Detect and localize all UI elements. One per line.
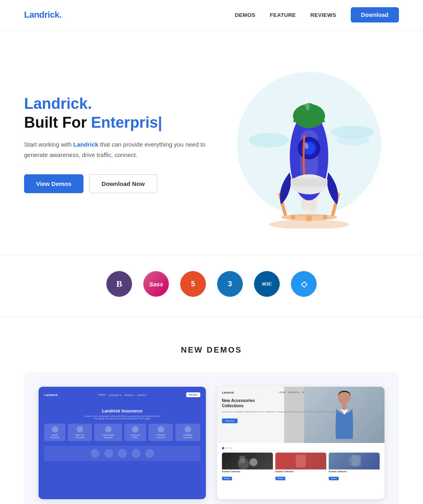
demo-acc-bottom: Summer Collection Review Summer Collecti… [217, 443, 384, 485]
demo-acc-header: Landrick. HOME LANDING ▾ PAGES ▾ DOCS ▾ … [217, 387, 384, 443]
download-now-button[interactable]: Download Now [89, 174, 157, 193]
demo-ins-icon-family: Family Health Insurance [94, 424, 122, 441]
hero-subtitle: Built For Enterpris| [24, 114, 212, 131]
demo-ins-footer-circles [47, 449, 197, 458]
demo-ins-links: HOME LANDING ▾ PAGES ▾ DOCS ▾ [98, 394, 146, 396]
svg-point-2 [337, 135, 369, 146]
demo-ins-subtitle: Launch your campaign and benefit from ou… [44, 415, 200, 420]
hero-desc-brand: Landrick [73, 141, 99, 148]
demo-ins-navbar: Landrick. HOME LANDING ▾ PAGES ▾ DOCS ▾ … [44, 392, 200, 397]
nav-logo: Landrick. [24, 10, 61, 20]
svg-rect-29 [296, 455, 306, 467]
demo-ins-btn: Buy Now [186, 392, 200, 397]
demo-card-accessories[interactable]: Landrick. HOME LANDING ▾ PAGES ▾ DOCS ▾ … [217, 387, 384, 499]
w3c-symbol: W3C [262, 282, 272, 286]
uikit-symbol: ◇ [301, 279, 307, 289]
demo-ins-title: Landrick Insurance [44, 408, 200, 413]
svg-rect-21 [291, 178, 327, 186]
logo-text: Landrick [24, 10, 59, 20]
demo-coll-item-3: Summer Collection Review [329, 453, 380, 481]
bootstrap-symbol: B [116, 279, 122, 289]
demo-coll-item-2: Summer Collection Review [275, 453, 326, 481]
demos-section-title: NEW DEMOS [24, 345, 399, 355]
tech-html5: 5 [180, 271, 206, 297]
nav-reviews[interactable]: REVIEWS [310, 12, 336, 18]
tech-bootstrap: B [106, 271, 132, 297]
svg-rect-27 [240, 456, 245, 463]
demo-acc-dots [222, 447, 380, 449]
hero-illustration [219, 60, 399, 229]
hero-brand-title: Landrick. [24, 95, 212, 112]
demos-section: NEW DEMOS Landrick. HOME LANDING ▾ PAGES… [0, 317, 423, 504]
navbar: Landrick. DEMOS FEATURE REVIEWS Download [0, 0, 423, 30]
tech-w3c: W3C [254, 271, 280, 297]
hero-subtitle-typed: Enterpris| [91, 114, 162, 131]
demo-acc-cta: Shop Now [222, 418, 238, 423]
hero-section: Landrick. Built For Enterpris| Start wor… [0, 30, 423, 255]
demo-collection-grid: Summer Collection Review Summer Collecti… [222, 453, 380, 481]
svg-point-12 [309, 199, 317, 214]
tech-sass: Sass [143, 271, 169, 297]
demo-ins-icons: Health Insurance Save Life Insurance Fam… [44, 424, 200, 441]
rocket-svg [245, 60, 373, 229]
svg-point-7 [291, 215, 295, 220]
demo-acc-title: New AccessoriesCollections [222, 398, 380, 408]
svg-point-9 [323, 215, 327, 220]
svg-rect-32 [352, 455, 361, 466]
svg-point-8 [306, 215, 312, 222]
html5-symbol: 5 [191, 280, 195, 288]
svg-point-31 [345, 461, 352, 467]
demo-ins-icon-health: Health Insurance [44, 424, 65, 441]
demo-ins-hero: Landrick Insurance Launch your campaign … [44, 404, 200, 441]
nav-links: DEMOS FEATURE REVIEWS Download [235, 7, 399, 22]
hero-content: Landrick. Built For Enterpris| Start wor… [24, 95, 212, 193]
tech-bar: B Sass 5 3 W3C ◇ [0, 255, 423, 317]
svg-point-0 [249, 133, 289, 147]
demo-ins-icon-2wheeler: 2 Wheeler Insurance [175, 424, 200, 441]
hero-description: Start working with Landrick that can pro… [24, 139, 209, 160]
nav-download-button[interactable]: Download [351, 7, 399, 22]
hero-desc-prefix: Start working with [24, 141, 73, 148]
hero-brand-text: Landrick [24, 95, 87, 112]
demo-card-insurance[interactable]: Landrick. HOME LANDING ▾ PAGES ▾ DOCS ▾ … [39, 387, 206, 499]
nav-feature[interactable]: FEATURE [270, 12, 296, 18]
view-demos-button[interactable]: View Demos [24, 174, 83, 193]
nav-demos[interactable]: DEMOS [235, 12, 255, 18]
hero-brand-dot: . [87, 95, 92, 112]
demos-grid: Landrick. HOME LANDING ▾ PAGES ▾ DOCS ▾ … [24, 372, 399, 504]
demo-coll-item-1: Summer Collection Review [222, 453, 273, 481]
demo-acc-content: New AccessoriesCollections Launch your c… [217, 398, 384, 423]
logo-dot: . [59, 10, 62, 20]
demo-ins-icon-life: Save Life Insurance [68, 424, 92, 441]
demo-ins-icon-4wheeler: 4 Wheeler Insurance [148, 424, 173, 441]
demo-acc-preview: Landrick. HOME LANDING ▾ PAGES ▾ DOCS ▾ … [217, 387, 384, 485]
demo-ins-footer [44, 446, 200, 461]
demo-acc-sub: Launch your campaign and benefit from ou… [222, 410, 380, 413]
sass-symbol: Sass [149, 281, 163, 288]
hero-subtitle-static: Built For [24, 114, 91, 131]
svg-point-26 [250, 458, 258, 466]
demo-ins-logo: Landrick. [44, 393, 59, 397]
demo-insurance-preview: Landrick. HOME LANDING ▾ PAGES ▾ DOCS ▾ … [39, 387, 206, 499]
hero-buttons: View Demos Download Now [24, 174, 212, 193]
css3-symbol: 3 [228, 280, 232, 288]
tech-uikit: ◇ [291, 271, 317, 297]
tech-css3: 3 [217, 271, 243, 297]
demo-ins-icon-investment: Investment Plans [124, 424, 146, 441]
